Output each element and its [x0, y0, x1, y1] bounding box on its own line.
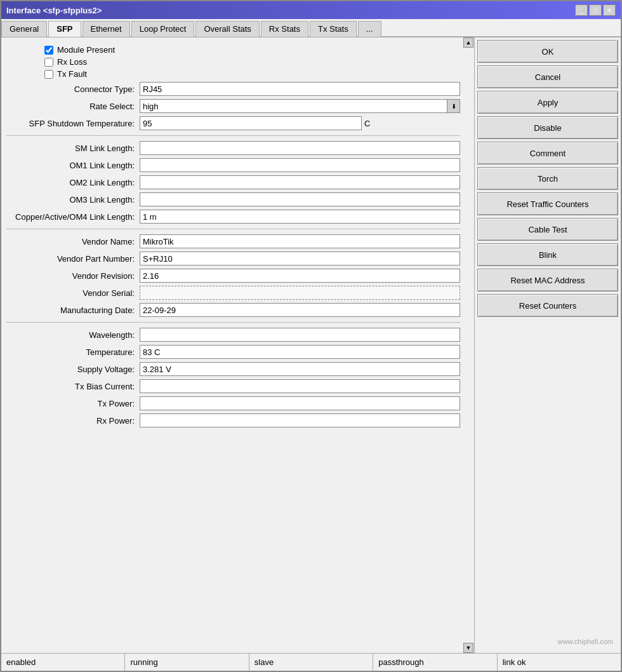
sfp-shutdown-temp-label: SFP Shutdown Temperature: — [6, 119, 140, 128]
tx-bias-current-label: Tx Bias Current: — [6, 382, 140, 391]
sm-link-length-input[interactable] — [140, 141, 460, 155]
tx-power-label: Tx Power: — [6, 399, 140, 408]
cable-test-button[interactable]: Cable Test — [477, 218, 618, 241]
status-enabled: enabled — [1, 654, 125, 671]
vendor-name-label: Vendor Name: — [6, 237, 140, 246]
minimize-button[interactable]: _ — [575, 4, 588, 16]
connector-type-row: Connector Type: — [6, 82, 460, 96]
vendor-part-number-input[interactable] — [140, 252, 460, 265]
om3-link-length-row: OM3 Link Length: — [6, 192, 460, 206]
window-title: Interface <sfp-sfpplus2> — [6, 6, 102, 15]
tab-bar: General SFP Ethernet Loop Protect Overal… — [1, 19, 621, 37]
wavelength-label: Wavelength: — [6, 330, 140, 340]
om3-link-length-input[interactable] — [140, 192, 460, 206]
om2-link-length-label: OM2 Link Length: — [6, 178, 140, 187]
tab-sfp[interactable]: SFP — [48, 21, 81, 37]
rate-select-arrow[interactable]: ⬇ — [447, 100, 460, 112]
watermark: www.chiphell.com — [477, 633, 618, 650]
sidebar: OK Cancel Apply Disable Comment Torch Re… — [475, 37, 621, 653]
om2-link-length-input[interactable] — [140, 175, 460, 189]
om1-link-length-label: OM1 Link Length: — [6, 161, 140, 170]
supply-voltage-label: Supply Voltage: — [6, 365, 140, 374]
blink-button[interactable]: Blink — [477, 243, 618, 266]
tab-overall-stats[interactable]: Overall Stats — [195, 21, 259, 37]
comment-button[interactable]: Comment — [477, 142, 618, 165]
apply-button[interactable]: Apply — [477, 91, 618, 114]
om3-link-length-label: OM3 Link Length: — [6, 195, 140, 205]
cancel-button[interactable]: Cancel — [477, 65, 618, 88]
manufacturing-date-row: Manufacturing Date: — [6, 303, 460, 317]
sm-link-length-label: SM Link Length: — [6, 144, 140, 153]
vendor-name-row: Vendor Name: — [6, 234, 460, 248]
rate-select-value: high — [140, 101, 447, 112]
reset-counters-button[interactable]: Reset Counters — [477, 294, 618, 317]
supply-voltage-input[interactable] — [140, 362, 460, 376]
scroll-up-button[interactable]: ▲ — [463, 37, 473, 48]
rate-select-row: Rate Select: high ⬇ — [6, 99, 460, 113]
tx-bias-current-input[interactable] — [140, 379, 460, 393]
manufacturing-date-label: Manufacturing Date: — [6, 306, 140, 315]
title-bar: Interface <sfp-sfpplus2> _ □ ✕ — [1, 1, 621, 19]
wavelength-row: Wavelength: — [6, 328, 460, 342]
rate-select-wrapper[interactable]: high ⬇ — [140, 99, 460, 113]
status-link-ok: link ok — [498, 654, 621, 671]
reset-traffic-counters-button[interactable]: Reset Traffic Counters — [477, 192, 618, 215]
om2-link-length-row: OM2 Link Length: — [6, 175, 460, 189]
content-panel: Module Present Rx Loss Tx Fault Connecto… — [1, 37, 475, 653]
disable-button[interactable]: Disable — [477, 116, 618, 139]
vendor-name-input[interactable] — [140, 234, 460, 248]
tx-fault-checkbox[interactable] — [44, 70, 53, 79]
copper-om4-link-length-row: Copper/Active/OM4 Link Length: — [6, 210, 460, 224]
status-running: running — [125, 654, 249, 671]
sfp-shutdown-temp-unit: C — [362, 119, 370, 128]
rx-loss-checkbox[interactable] — [44, 58, 53, 67]
rx-power-input[interactable] — [140, 413, 460, 427]
vendor-revision-input[interactable] — [140, 269, 460, 283]
tx-fault-row: Tx Fault — [44, 69, 460, 79]
sm-link-length-row: SM Link Length: — [6, 141, 460, 155]
main-area: ▲ Module Present Rx Loss Tx Fault — [1, 37, 621, 653]
rx-loss-label: Rx Loss — [57, 57, 87, 67]
status-bar: enabled running slave passthrough link o… — [1, 653, 621, 671]
module-present-checkbox[interactable] — [44, 46, 53, 55]
tab-ethernet[interactable]: Ethernet — [83, 21, 130, 37]
rx-power-label: Rx Power: — [6, 416, 140, 426]
vendor-serial-input[interactable] — [140, 286, 460, 300]
close-button[interactable]: ✕ — [603, 4, 616, 16]
window-controls: _ □ ✕ — [575, 4, 616, 16]
vendor-revision-row: Vendor Revision: — [6, 269, 460, 283]
connector-type-label: Connector Type: — [6, 84, 140, 94]
tx-bias-current-row: Tx Bias Current: — [6, 379, 460, 393]
copper-om4-link-length-input[interactable] — [140, 210, 460, 224]
status-passthrough: passthrough — [373, 654, 497, 671]
copper-om4-link-length-label: Copper/Active/OM4 Link Length: — [6, 212, 140, 222]
om1-link-length-row: OM1 Link Length: — [6, 158, 460, 172]
tab-loop-protect[interactable]: Loop Protect — [131, 21, 195, 37]
module-present-row: Module Present — [44, 45, 460, 55]
ok-button[interactable]: OK — [477, 40, 618, 63]
wavelength-input[interactable] — [140, 328, 460, 342]
om1-link-length-input[interactable] — [140, 158, 460, 172]
tab-general[interactable]: General — [1, 21, 47, 37]
vendor-revision-label: Vendor Revision: — [6, 271, 140, 281]
tx-power-input[interactable] — [140, 396, 460, 410]
vendor-part-number-row: Vendor Part Number: — [6, 252, 460, 265]
tx-power-row: Tx Power: — [6, 396, 460, 410]
temperature-label: Temperature: — [6, 347, 140, 357]
connector-type-input[interactable] — [140, 82, 460, 96]
tab-tx-stats[interactable]: Tx Stats — [310, 21, 357, 37]
scroll-down-button[interactable]: ▼ — [463, 643, 473, 653]
temperature-input[interactable] — [140, 345, 460, 359]
vendor-part-number-label: Vendor Part Number: — [6, 254, 140, 264]
torch-button[interactable]: Torch — [477, 167, 618, 190]
tab-more[interactable]: ... — [358, 21, 381, 37]
module-present-label: Module Present — [57, 45, 115, 55]
main-window: Interface <sfp-sfpplus2> _ □ ✕ General S… — [0, 0, 622, 672]
status-slave: slave — [249, 654, 373, 671]
tab-rx-stats[interactable]: Rx Stats — [261, 21, 308, 37]
reset-mac-address-button[interactable]: Reset MAC Address — [477, 269, 618, 292]
vendor-serial-label: Vendor Serial: — [6, 288, 140, 298]
sfp-shutdown-temp-input[interactable] — [140, 116, 362, 130]
manufacturing-date-input[interactable] — [140, 303, 460, 317]
maximize-button[interactable]: □ — [589, 4, 602, 16]
